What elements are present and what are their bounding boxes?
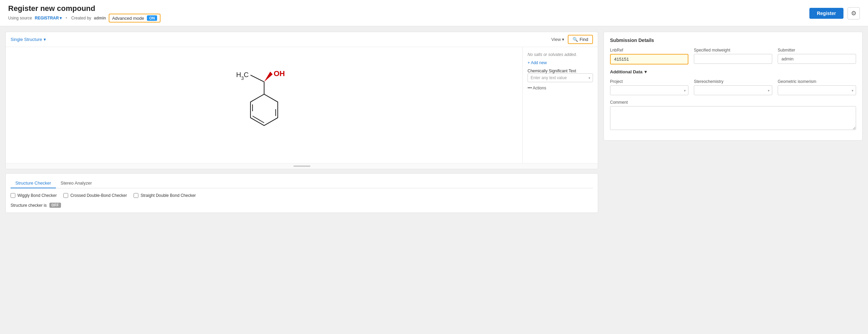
structure-card-header: Single Structure ▾ View ▾ 🔍 Find [6,32,598,47]
gear-icon: ⚙ [851,10,856,17]
lnbref-label: LnbRef [610,48,688,53]
created-by-value: admin [94,16,106,20]
chem-sig-group: Chemically Significant Text Enter any te… [528,69,593,82]
svg-text:OH: OH [274,69,285,78]
project-select-wrapper: ▾ [610,85,688,95]
find-button[interactable]: 🔍 Find [568,35,593,44]
specified-molweight-input[interactable] [694,54,772,64]
geometric-isomerism-select[interactable] [778,85,856,95]
checker-card: Structure Checker Stereo Analyzer Wiggly… [5,173,598,213]
tab-stereo-analyzer[interactable]: Stereo Analyzer [56,178,97,188]
structure-right-sidebar: No salts or solvates added. + Add new Ch… [523,47,598,163]
submission-details-title: Submission Details [610,38,856,43]
geometric-isomerism-label: Geometric isomerism [778,79,856,84]
stereochemistry-group: Stereochemistry ▾ [694,79,772,95]
source-label: Using source [8,16,32,20]
scroll-hint [293,165,310,167]
actions-row[interactable]: ••• Actions [528,86,593,90]
header-left: Register new compound Using source REGIS… [8,4,161,23]
structure-card: Single Structure ▾ View ▾ 🔍 Find [5,32,598,169]
additional-row-2: Comment [610,100,856,130]
left-panel: Single Structure ▾ View ▾ 🔍 Find [5,32,598,213]
structure-card-body: OH H3C No salts or solvates added. + Add… [6,47,598,163]
submitter-label: Submitter [778,48,856,53]
specified-molweight-group: Specified molweight [694,48,772,64]
additional-data-header[interactable]: Additional Data ▾ [610,69,856,74]
lnbref-input[interactable] [610,54,688,64]
search-icon: 🔍 [573,37,578,42]
straight-double-bond-checkbox[interactable] [134,193,138,198]
structure-checker-is-label: Structure checker is [11,203,47,208]
tab-structure-checker[interactable]: Structure Checker [11,178,56,188]
geometric-isomerism-group: Geometric isomerism ▾ [778,79,856,95]
header-meta: Using source REGISTRAR ▾ • Created by ad… [8,14,161,23]
project-select[interactable] [610,85,688,95]
single-structure-label: Single Structure [11,37,42,42]
scroll-hint-container [6,163,598,169]
checker-footer: Structure checker is OFF [11,203,593,208]
no-salts-text: No salts or solvates added. [528,52,593,57]
main-content: Single Structure ▾ View ▾ 🔍 Find [0,26,868,218]
register-button[interactable]: Register [809,8,843,19]
submission-row-1: LnbRef Specified molweight Submitter [610,48,856,64]
svg-text:H3C: H3C [236,71,249,81]
chem-sig-label: Chemically Significant Text [528,69,593,73]
checker-options: Wiggly Bond Checker Crossed Double-Bond … [11,193,593,198]
stereochemistry-label: Stereochemistry [694,79,772,84]
checker-tabs: Structure Checker Stereo Analyzer [11,178,593,188]
submission-details-card: Submission Details LnbRef Specified molw… [604,32,863,141]
chem-sig-select[interactable]: Enter any text value [528,73,593,82]
view-button[interactable]: View ▾ [551,37,564,42]
svg-marker-0 [250,94,278,126]
geometric-isomerism-select-wrapper: ▾ [778,85,856,95]
crossed-double-bond-checkbox[interactable] [63,193,68,198]
additional-row-1: Project ▾ Stereochemistry ▾ [610,79,856,95]
molecule-area[interactable]: OH H3C [6,47,523,163]
stereochemistry-select-wrapper: ▾ [694,85,772,95]
svg-line-7 [250,75,264,82]
specified-molweight-label: Specified molweight [694,48,772,53]
submitter-group: Submitter [778,48,856,64]
project-label: Project [610,79,688,84]
source-dropdown[interactable]: REGISTRAR ▾ [35,16,62,20]
advanced-mode-badge[interactable]: Advanced mode ON [109,14,161,23]
created-by-label: Created by [71,16,91,20]
chevron-down-icon: ▾ [60,16,62,20]
chevron-down-icon: ▾ [562,37,564,42]
top-header: Register new compound Using source REGIS… [0,0,868,26]
molecule-svg: OH H3C [213,57,315,153]
chevron-down-icon: ▾ [644,69,647,74]
single-structure-button[interactable]: Single Structure ▾ [11,37,46,42]
chevron-down-icon: ▾ [44,37,46,42]
comment-textarea[interactable] [610,106,856,130]
submitter-input[interactable] [778,54,856,64]
wiggly-bond-checker[interactable]: Wiggly Bond Checker [11,193,57,198]
chem-sig-select-wrapper: Enter any text value ▾ [528,73,593,82]
project-group: Project ▾ [610,79,688,95]
svg-marker-5 [264,72,273,82]
stereochemistry-select[interactable] [694,85,772,95]
lnbref-group: LnbRef [610,48,688,64]
advanced-mode-label: Advanced mode [112,16,144,21]
view-find-row: View ▾ 🔍 Find [551,35,593,44]
right-panel: Submission Details LnbRef Specified molw… [604,32,863,141]
settings-button[interactable]: ⚙ [848,7,860,19]
comment-label: Comment [610,100,856,105]
straight-double-bond-checker[interactable]: Straight Double Bond Checker [134,193,196,198]
add-new-link[interactable]: + Add new [528,60,593,65]
advanced-mode-toggle[interactable]: ON [147,15,157,21]
wiggly-bond-checkbox[interactable] [11,193,15,198]
header-right: Register ⚙ [809,7,860,19]
crossed-double-bond-checker[interactable]: Crossed Double-Bond Checker [63,193,127,198]
page-title: Register new compound [8,4,161,13]
comment-group: Comment [610,100,856,130]
structure-checker-toggle[interactable]: OFF [49,203,61,208]
